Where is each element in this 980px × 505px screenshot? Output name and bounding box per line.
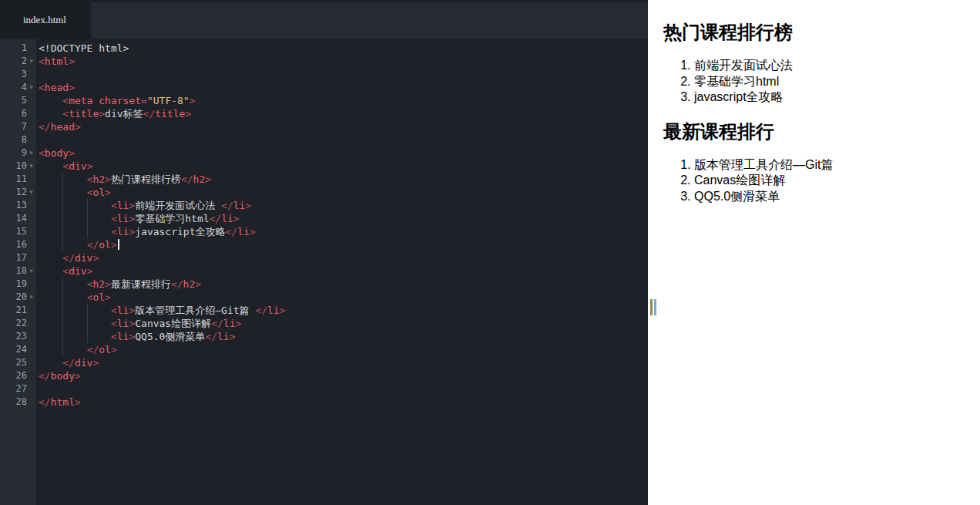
line-number: 11 bbox=[0, 173, 36, 186]
preview-ordered-list: 版本管理工具介绍—Git篇Canvas绘图详解QQ5.0侧滑菜单 bbox=[663, 157, 974, 205]
code-line[interactable]: 22 <li>Canvas绘图详解</li> bbox=[0, 317, 648, 330]
fold-arrow-icon[interactable]: ▾ bbox=[27, 160, 35, 173]
list-item: javascript全攻略 bbox=[694, 89, 974, 106]
preview-heading: 热门课程排行榜 bbox=[663, 22, 974, 43]
code-line[interactable]: 24 </ol> bbox=[0, 343, 648, 356]
code-text: <body> bbox=[36, 146, 648, 160]
code-line[interactable]: 1<!DOCTYPE html> bbox=[0, 42, 648, 55]
preview-ordered-list: 前端开发面试心法零基础学习htmljavascript全攻略 bbox=[663, 58, 974, 106]
code-line[interactable]: 21 <li>版本管理工具介绍—Git篇 </li> bbox=[0, 304, 648, 317]
code-text: <head> bbox=[36, 81, 648, 94]
code-line[interactable]: 23 <li>QQ5.0侧滑菜单</li> bbox=[0, 330, 648, 343]
fold-arrow-icon[interactable]: ▾ bbox=[27, 55, 35, 68]
code-area[interactable]: 1<!DOCTYPE html>2▾<html>34▾<head>5 <meta… bbox=[0, 39, 648, 505]
line-number: 1 bbox=[0, 42, 36, 55]
line-number: 28 bbox=[0, 396, 36, 409]
code-text: <li>QQ5.0侧滑菜单</li> bbox=[36, 330, 648, 343]
code-line[interactable]: 8 bbox=[0, 133, 648, 146]
code-line[interactable]: 26</body> bbox=[0, 369, 648, 382]
code-text: </html> bbox=[36, 396, 648, 409]
line-number: 26 bbox=[0, 369, 36, 382]
line-number: 16 bbox=[0, 238, 36, 251]
line-number: 17 bbox=[0, 251, 36, 264]
code-text: <html> bbox=[36, 55, 648, 68]
code-text: </div> bbox=[36, 251, 648, 264]
line-number: 19 bbox=[0, 278, 36, 291]
line-number: 5 bbox=[0, 94, 36, 107]
code-line[interactable]: 12▾ <ol> bbox=[0, 186, 648, 199]
list-item: 版本管理工具介绍—Git篇 bbox=[694, 157, 974, 173]
line-number: 21 bbox=[0, 304, 36, 317]
line-number: 23 bbox=[0, 330, 36, 343]
code-line[interactable]: 14 <li>零基础学习html</li> bbox=[0, 212, 648, 225]
code-text: <h2>热门课程排行榜</h2> bbox=[36, 173, 648, 186]
code-text bbox=[36, 68, 648, 81]
browser-preview-pane: 热门课程排行榜前端开发面试心法零基础学习htmljavascript全攻略最新课… bbox=[648, 0, 980, 505]
code-text: <li>版本管理工具介绍—Git篇 </li> bbox=[36, 304, 648, 317]
list-item: Canvas绘图详解 bbox=[694, 173, 974, 189]
list-item: 前端开发面试心法 bbox=[694, 58, 974, 74]
code-line[interactable]: 16 </ol> bbox=[0, 238, 648, 251]
code-text: </body> bbox=[36, 369, 648, 382]
code-text: <li>javascript全攻略</li> bbox=[36, 225, 648, 238]
code-text: </head> bbox=[36, 120, 648, 133]
code-text: </ol> bbox=[36, 343, 648, 356]
line-number: 13 bbox=[0, 199, 36, 212]
line-number: 8 bbox=[0, 133, 36, 146]
fold-arrow-icon[interactable]: ▾ bbox=[27, 186, 35, 199]
line-number: 24 bbox=[0, 343, 36, 356]
list-item: QQ5.0侧滑菜单 bbox=[694, 189, 974, 205]
list-item: 零基础学习html bbox=[694, 74, 974, 90]
code-line[interactable]: 4▾<head> bbox=[0, 81, 648, 94]
resize-handle-bar-right bbox=[654, 299, 656, 315]
fold-arrow-icon[interactable]: ▾ bbox=[27, 291, 35, 304]
code-line[interactable]: 3 bbox=[0, 68, 648, 81]
code-rows: 1<!DOCTYPE html>2▾<html>34▾<head>5 <meta… bbox=[0, 42, 648, 409]
code-line[interactable]: 20▾ <ol> bbox=[0, 291, 648, 304]
fold-arrow-icon[interactable]: ▾ bbox=[27, 264, 35, 278]
code-line[interactable]: 17 </div> bbox=[0, 251, 648, 264]
line-number: 25 bbox=[0, 356, 36, 369]
tab-bar: index.html bbox=[0, 0, 648, 39]
code-editor-pane: index.html 1<!DOCTYPE html>2▾<html>34▾<h… bbox=[0, 0, 648, 505]
line-number: 15 bbox=[0, 225, 36, 238]
code-text: </div> bbox=[36, 356, 648, 369]
code-text: <div> bbox=[36, 264, 648, 278]
fold-arrow-icon[interactable]: ▾ bbox=[27, 81, 35, 94]
code-line[interactable]: 27 bbox=[0, 382, 648, 396]
code-line[interactable]: 5 <meta charset="UTF-8"> bbox=[0, 94, 648, 107]
code-text: <ol> bbox=[36, 186, 648, 199]
line-number: 6 bbox=[0, 107, 36, 120]
line-number: 27 bbox=[0, 382, 36, 396]
code-text: <li>零基础学习html</li> bbox=[36, 212, 648, 225]
code-text: <meta charset="UTF-8"> bbox=[36, 94, 648, 107]
code-text bbox=[36, 382, 648, 396]
code-text: <h2>最新课程排行</h2> bbox=[36, 278, 648, 291]
code-text: <li>Canvas绘图详解</li> bbox=[36, 317, 648, 330]
tab-strip-background bbox=[91, 2, 648, 39]
code-line[interactable]: 28</html> bbox=[0, 396, 648, 409]
preview-heading: 最新课程排行 bbox=[663, 121, 974, 143]
code-text: <title>div标签</title> bbox=[36, 107, 648, 120]
fold-arrow-icon[interactable]: ▾ bbox=[27, 146, 35, 160]
code-line[interactable]: 11 <h2>热门课程排行榜</h2> bbox=[0, 173, 648, 186]
line-number: 7 bbox=[0, 120, 36, 133]
code-line[interactable]: 7</head> bbox=[0, 120, 648, 133]
code-line[interactable]: 19 <h2>最新课程排行</h2> bbox=[0, 278, 648, 291]
tab-index-html[interactable]: index.html bbox=[0, 0, 91, 39]
line-number: 22 bbox=[0, 317, 36, 330]
code-line[interactable]: 18▾ <div> bbox=[0, 264, 648, 278]
code-line[interactable]: 10▾ <div> bbox=[0, 160, 648, 173]
code-line[interactable]: 9▾<body> bbox=[0, 146, 648, 160]
pane-resize-handle[interactable] bbox=[649, 298, 658, 317]
code-line[interactable]: 25 </div> bbox=[0, 356, 648, 369]
code-line[interactable]: 2▾<html> bbox=[0, 55, 648, 68]
code-text: <div> bbox=[36, 160, 648, 173]
code-text bbox=[36, 133, 648, 146]
code-text: <!DOCTYPE html> bbox=[36, 42, 648, 55]
code-text: <ol> bbox=[36, 291, 648, 304]
code-line[interactable]: 6 <title>div标签</title> bbox=[0, 107, 648, 120]
resize-handle-bar-left bbox=[650, 299, 653, 315]
code-line[interactable]: 13 <li>前端开发面试心法 </li> bbox=[0, 199, 648, 212]
code-line[interactable]: 15 <li>javascript全攻略</li> bbox=[0, 225, 648, 238]
